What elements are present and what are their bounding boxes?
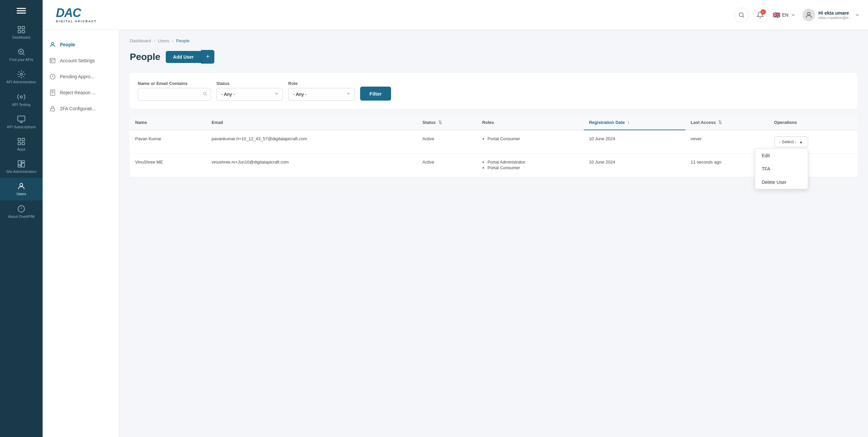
sidebar-label-reject-reason: Reject Reason ... [60, 90, 95, 95]
cell-email-0: pavankumar.h+10_12_43_57@digitalapicraft… [206, 130, 417, 153]
name-email-search-icon [203, 91, 208, 97]
cell-ops-0: - Select - ▲ Edit TFA Delete User [769, 130, 857, 153]
role-label: Role [288, 81, 355, 86]
page-title: People [130, 52, 160, 62]
ops-dropdown-item-delete[interactable]: Delete User [755, 176, 808, 189]
name-email-label: Name or Email Contains [138, 81, 211, 86]
svg-point-22 [807, 12, 810, 15]
cell-name-1: VinuShree ME [130, 153, 206, 177]
sidebar-item-api-subs[interactable]: API Subscriptions [0, 111, 42, 133]
table-body: Pavan Kumar pavankumar.h+10_12_43_57@dig… [130, 130, 857, 177]
col-roles: Roles [477, 115, 584, 130]
cell-name-0: Pavan Kumar [130, 130, 206, 153]
user-info: Hi ekta umare ekta.u+padmin@d... [818, 10, 851, 20]
breadcrumb-users[interactable]: Users [158, 38, 169, 43]
logo-area: DAC DIGITAL APICRAFT [51, 7, 102, 23]
sidebar: Dashboard Find your APIs API Administrat… [0, 0, 42, 437]
svg-rect-16 [22, 163, 25, 167]
add-user-button[interactable]: Add User [166, 51, 201, 63]
ops-dropdown-item-edit[interactable]: Edit [755, 149, 808, 162]
sidebar-item-account-settings[interactable]: Account Settings [42, 53, 119, 68]
user-email: ekta.u+padmin@d... [818, 16, 851, 20]
main-layout: People Account Settings [42, 30, 868, 437]
ops-dropdown-item-tfa[interactable]: TFA [755, 162, 808, 176]
cell-reg-date-1: 10 June 2024 [584, 153, 686, 177]
filter-button[interactable]: Filter [360, 87, 391, 100]
sidebar-item-2fa-config[interactable]: 2FA Configurati... [42, 100, 119, 117]
status-select-wrap: - Any - Active Inactive Pending [216, 88, 283, 100]
svg-rect-5 [18, 30, 21, 33]
svg-rect-12 [22, 138, 25, 141]
svg-rect-0 [17, 8, 26, 9]
col-status[interactable]: Status ⇅ [417, 115, 477, 130]
breadcrumb-sep-2: › [172, 38, 174, 43]
last-access-sort-icon: ⇅ [718, 120, 722, 125]
user-menu[interactable]: Hi ekta umare ekta.u+padmin@d... [802, 9, 860, 21]
breadcrumb-dashboard[interactable]: Dashboard [130, 38, 151, 43]
table-header: Name Email Status ⇅ Roles [130, 115, 857, 130]
name-email-input[interactable] [138, 88, 211, 100]
sidebar-item-about[interactable]: About OneAPIM [0, 201, 42, 223]
col-name: Name [130, 115, 206, 130]
sidebar-label-pending-approval: Pending Appro... [60, 74, 95, 79]
language-selector[interactable]: 🇬🇧 EN [773, 11, 796, 19]
role-select[interactable]: - Any - Portal Administrator Portal Cons… [288, 88, 355, 100]
svg-rect-24 [50, 58, 55, 63]
reg-date-sort-icon: ↑ [627, 120, 630, 125]
sidebar-item-reject-reason[interactable]: Reject Reason ... [42, 85, 119, 100]
sidebar-item-dashboard[interactable]: Dashboard [0, 21, 42, 43]
cell-status-1: Active [417, 153, 477, 177]
ops-select-button-row0[interactable]: - Select - ▲ [774, 136, 808, 147]
svg-point-21 [739, 13, 743, 17]
language-label: EN [782, 12, 788, 18]
col-last-access[interactable]: Last Access ⇅ [685, 115, 769, 130]
logo-dac: DAC [56, 7, 81, 19]
sidebar-item-site-admin[interactable]: Site Administration [0, 155, 42, 178]
ops-chevron-icon-row0: ▲ [799, 140, 803, 144]
app-layout: Dashboard Find your APIs API Administrat… [0, 0, 868, 437]
svg-rect-14 [22, 142, 25, 145]
role-item: Portal Consumer [488, 136, 579, 141]
svg-point-19 [20, 183, 23, 186]
flag-icon: 🇬🇧 [773, 11, 780, 19]
name-email-input-wrap [138, 88, 211, 100]
sidebar-item-api-testing[interactable]: API Testing [0, 89, 42, 111]
sidebar-item-pending-approval[interactable]: Pending Appro... [42, 68, 119, 85]
user-greeting: Hi ekta umare [818, 10, 851, 16]
status-filter-group: Status - Any - Active Inactive Pending [216, 81, 283, 100]
status-sort-icon: ⇅ [438, 120, 442, 125]
topbar-search-button[interactable] [734, 8, 749, 22]
svg-rect-2 [17, 13, 26, 13]
col-reg-date[interactable]: Registration Date ↑ [584, 115, 686, 130]
sidebar-label-2fa-config: 2FA Configurati... [60, 106, 95, 111]
sidebar-item-users[interactable]: Users [0, 178, 42, 200]
hamburger-menu[interactable] [0, 0, 42, 21]
users-table: Name Email Status ⇅ Roles [130, 115, 857, 177]
table-row: VinuShree ME vinushree.m+Jun10@digitalap… [130, 153, 857, 177]
status-select[interactable]: - Any - Active Inactive Pending [216, 88, 283, 100]
cell-status-0: Active [417, 130, 477, 153]
add-user-plus-button[interactable]: + [201, 50, 214, 64]
sidebar-item-people[interactable]: People [42, 37, 119, 53]
avatar [802, 9, 815, 21]
sidebar-item-find-apis[interactable]: Find your APIs [0, 43, 42, 66]
lang-chevron-icon [790, 12, 796, 18]
topbar-notification-button[interactable]: 1 [753, 8, 768, 22]
sidebar-item-apps[interactable]: Apps [0, 133, 42, 155]
cell-roles-0: Portal Consumer [477, 130, 584, 153]
svg-point-29 [204, 92, 206, 95]
logo-subtitle: DIGITAL APICRAFT [56, 20, 97, 23]
svg-point-9 [20, 96, 23, 98]
svg-rect-13 [18, 142, 21, 145]
filter-row: Name or Email Contains [138, 81, 849, 100]
cell-reg-date-0: 10 June 2024 [584, 130, 686, 153]
user-chevron-icon [855, 12, 860, 18]
content-sidebar: People Account Settings [42, 30, 119, 437]
svg-rect-4 [22, 26, 25, 29]
page-content: Dashboard › Users › People People Add Us… [119, 30, 868, 437]
svg-rect-15 [18, 161, 21, 165]
sidebar-item-api-admin[interactable]: API Administration [0, 66, 42, 88]
svg-rect-18 [18, 165, 21, 167]
role-item: Portal Consumer [488, 165, 579, 170]
svg-rect-10 [18, 116, 25, 121]
